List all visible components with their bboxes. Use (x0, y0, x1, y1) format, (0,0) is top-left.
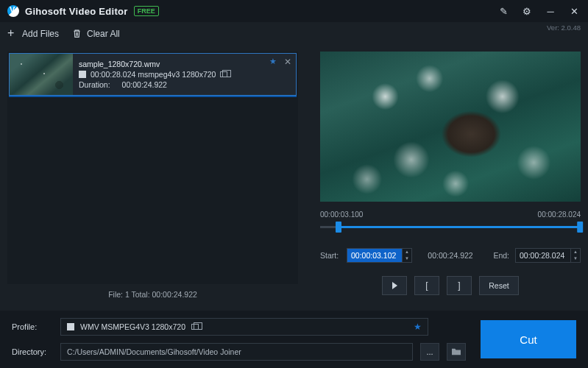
cut-button[interactable]: Cut (481, 320, 576, 358)
item-progress (9, 96, 297, 97)
end-label: End: (489, 251, 509, 260)
mark-out-button[interactable]: ] (447, 276, 472, 295)
media-item[interactable]: ★ ✕ sample_1280x720.wmv 00:00:28.024 msm… (9, 53, 297, 96)
start-time-input[interactable]: ▲▼ (347, 248, 412, 263)
trim-start-handle[interactable] (336, 222, 341, 233)
profile-favorite-icon[interactable]: ★ (414, 322, 422, 332)
end-up-icon[interactable]: ▲ (571, 249, 580, 255)
end-down-icon[interactable]: ▼ (571, 255, 580, 262)
directory-label: Directory: (12, 347, 53, 356)
end-time-input[interactable]: ▲▼ (515, 248, 581, 263)
duration-value: 00:00:24.922 (122, 80, 167, 89)
directory-field[interactable]: C:/Users/ADMIN/Documents/Gihosoft/Video … (60, 343, 413, 361)
timeline-track[interactable] (320, 220, 581, 236)
range-duration: 00:00:24.922 (418, 251, 483, 260)
browse-button[interactable]: ... (420, 343, 439, 361)
profile-copy-icon (191, 324, 199, 330)
timeline: 00:00:03.100 00:00:28.024 (320, 210, 581, 236)
clear-all-button[interactable]: Clear All (72, 29, 120, 39)
add-files-label: Add Files (22, 29, 59, 39)
directory-value: C:/Users/ADMIN/Documents/Gihosoft/Video … (67, 347, 241, 356)
free-badge: FREE (134, 6, 159, 16)
trim-end-handle[interactable] (577, 222, 583, 233)
format-icon (79, 71, 86, 78)
duration-label: Duration: (79, 80, 110, 89)
media-list: ★ ✕ sample_1280x720.wmv 00:00:28.024 msm… (7, 52, 298, 284)
copy-icon[interactable] (220, 71, 227, 77)
preview-panel: 00:00:03.100 00:00:28.024 Start: ▲▼ 00:0… (320, 52, 581, 305)
profile-value: WMV MSMPEG4V3 1280x720 (80, 322, 185, 331)
mark-in-button[interactable]: [ (414, 276, 439, 295)
reset-button[interactable]: Reset (479, 276, 519, 295)
list-summary: File: 1 Total: 00:00:24.922 (7, 284, 298, 305)
media-thumbnail (10, 54, 73, 95)
remove-item-icon[interactable]: ✕ (284, 57, 291, 67)
timeline-start-label: 00:00:03.100 (320, 210, 363, 219)
bottom-bar: Profile: WMV MSMPEG4V3 1280x720 ★ Direct… (0, 311, 588, 368)
profile-label: Profile: (12, 322, 53, 331)
version-label: Ver: 2.0.48 (547, 24, 581, 32)
timeline-end-label: 00:00:28.024 (538, 210, 581, 219)
minimize-icon[interactable]: ─ (544, 6, 557, 17)
media-panel: ★ ✕ sample_1280x720.wmv 00:00:28.024 msm… (7, 52, 298, 305)
settings-icon[interactable]: ⚙ (520, 6, 534, 17)
profile-selector[interactable]: WMV MSMPEG4V3 1280x720 ★ (60, 318, 428, 336)
start-down-icon[interactable]: ▼ (403, 255, 411, 262)
play-button[interactable] (382, 276, 407, 295)
clear-all-label: Clear All (87, 29, 120, 39)
profile-format-icon (67, 323, 74, 330)
video-preview[interactable] (320, 52, 581, 202)
play-icon (392, 282, 397, 289)
add-files-button[interactable]: Add Files (7, 29, 59, 39)
plus-icon (7, 29, 18, 39)
trash-icon (72, 29, 82, 39)
preview-frame (320, 52, 581, 202)
toolbar: Add Files Clear All (0, 22, 588, 46)
app-title: Gihosoft Video Editor (25, 6, 128, 17)
favorite-icon[interactable]: ★ (269, 57, 277, 67)
open-folder-button[interactable] (447, 343, 466, 361)
titlebar: Gihosoft Video Editor FREE ✎ ⚙ ─ ✕ (0, 0, 588, 22)
close-icon[interactable]: ✕ (567, 6, 581, 17)
start-label: Start: (320, 251, 341, 260)
media-info: 00:00:28.024 msmpeg4v3 1280x720 (91, 70, 216, 79)
start-up-icon[interactable]: ▲ (403, 249, 411, 255)
app-logo-icon (7, 5, 19, 17)
feedback-icon[interactable]: ✎ (497, 6, 510, 17)
start-time-value[interactable] (347, 249, 402, 262)
end-time-value[interactable] (516, 249, 570, 262)
folder-icon (451, 347, 461, 356)
media-filename: sample_1280x720.wmv (79, 60, 290, 68)
